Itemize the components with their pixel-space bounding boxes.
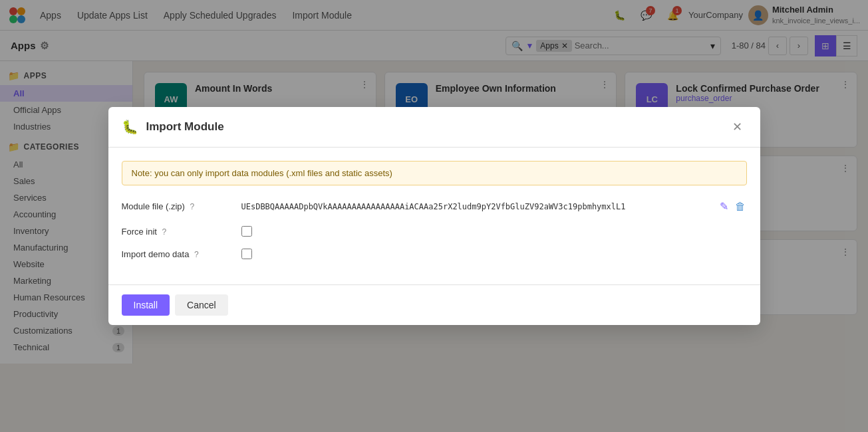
import-demo-row: Import demo data ? bbox=[122, 249, 747, 259]
cancel-button[interactable]: Cancel bbox=[175, 294, 228, 316]
modal-bug-icon: 🐛 bbox=[122, 119, 138, 135]
import-demo-help-icon[interactable]: ? bbox=[194, 250, 199, 259]
modal-overlay[interactable]: 🐛 Import Module ✕ Note: you can only imp… bbox=[0, 0, 868, 432]
force-init-help-icon[interactable]: ? bbox=[162, 227, 167, 237]
alert-info: Note: you can only import data modules (… bbox=[122, 161, 747, 185]
force-init-row: Force init ? bbox=[122, 226, 747, 237]
module-file-value: UEsDBBQAAAAADpbQVkAAAAAAAAAAAAAAAAiACAAa… bbox=[241, 202, 713, 211]
modal-footer: Install Cancel bbox=[108, 284, 760, 325]
modal-header: 🐛 Import Module ✕ bbox=[108, 107, 760, 148]
delete-file-btn[interactable]: 🗑 bbox=[734, 199, 747, 214]
file-help-icon[interactable]: ? bbox=[190, 202, 195, 211]
modal-title: Import Module bbox=[146, 120, 224, 134]
module-file-label: Module file (.zip) ? bbox=[122, 201, 241, 211]
import-demo-label: Import demo data ? bbox=[122, 249, 241, 259]
modal-body: Note: you can only import data modules (… bbox=[108, 148, 760, 284]
force-init-checkbox[interactable] bbox=[241, 226, 252, 237]
file-action-buttons: ✎ 🗑 bbox=[718, 199, 747, 214]
import-demo-checkbox[interactable] bbox=[241, 249, 252, 259]
edit-file-btn[interactable]: ✎ bbox=[718, 199, 730, 214]
module-file-row: Module file (.zip) ? UEsDBBQAAAAADpbQVkA… bbox=[122, 199, 747, 214]
install-button[interactable]: Install bbox=[122, 294, 170, 316]
force-init-label: Force init ? bbox=[122, 227, 241, 237]
modal-close-btn[interactable]: ✕ bbox=[728, 118, 747, 136]
import-module-modal: 🐛 Import Module ✕ Note: you can only imp… bbox=[108, 107, 760, 325]
